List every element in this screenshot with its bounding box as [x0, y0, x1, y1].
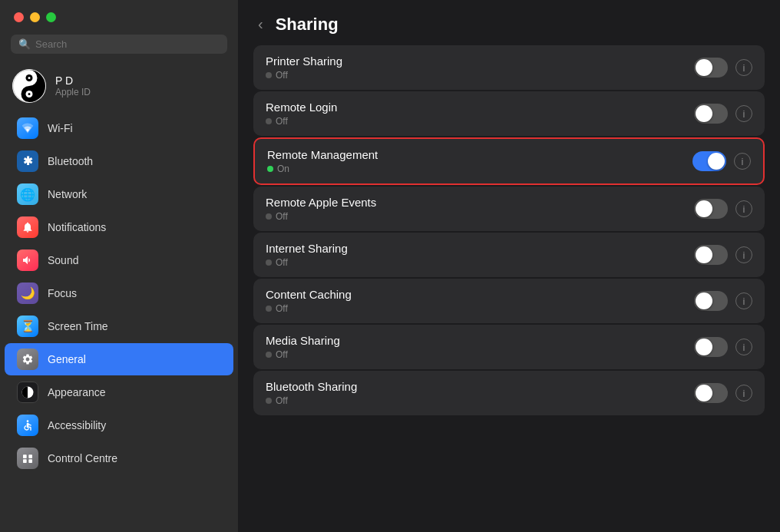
setting-status: On: [267, 164, 378, 174]
setting-label-content-caching: Content Caching Off: [266, 288, 352, 314]
setting-status: Off: [266, 257, 348, 268]
user-name: P D: [55, 74, 91, 87]
status-dot: [266, 213, 272, 220]
sidebar-item-sound[interactable]: Sound: [5, 244, 233, 276]
sidebar-item-screentime[interactable]: ⏳ Screen Time: [5, 310, 233, 342]
remote-management-toggle[interactable]: [692, 151, 726, 171]
user-profile[interactable]: P D Apple ID: [0, 63, 238, 112]
sidebar: 🔍 P D Apple ID Wi-Fi: [0, 0, 238, 532]
setting-row-remote-management: Remote Management On i: [253, 137, 765, 185]
search-icon: 🔍: [18, 38, 31, 50]
sidebar-item-controlcentre[interactable]: Control Centre: [5, 442, 233, 474]
status-dot-on: [267, 166, 273, 172]
settings-list: Printer Sharing Off i Remote Login Off: [238, 45, 780, 532]
setting-row-content-caching: Content Caching Off i: [253, 279, 765, 323]
back-button[interactable]: ‹: [253, 14, 268, 35]
remote-management-info-button[interactable]: i: [734, 153, 751, 170]
setting-status: Off: [266, 70, 342, 81]
setting-row-remote-apple-events: Remote Apple Events Off i: [253, 187, 765, 231]
remote-login-info-button[interactable]: i: [735, 105, 752, 122]
sidebar-item-bluetooth[interactable]: ✱ Bluetooth: [5, 145, 233, 177]
network-icon: 🌐: [17, 183, 38, 205]
content-caching-toggle[interactable]: [694, 291, 728, 311]
accessibility-icon: [17, 415, 38, 436]
svg-point-3: [28, 77, 31, 79]
sidebar-item-label-wifi: Wi-Fi: [48, 122, 73, 134]
media-sharing-toggle[interactable]: [694, 337, 728, 357]
sidebar-item-label-screentime: Screen Time: [48, 320, 108, 332]
printer-sharing-info-button[interactable]: i: [735, 59, 752, 76]
sidebar-item-label-appearance: Appearance: [48, 386, 106, 398]
setting-name: Printer Sharing: [266, 55, 342, 68]
sidebar-item-label-notifications: Notifications: [48, 221, 106, 233]
printer-sharing-toggle[interactable]: [694, 58, 728, 78]
status-dot: [266, 398, 272, 404]
setting-status: Off: [266, 211, 376, 222]
setting-label-remote-apple-events: Remote Apple Events Off: [266, 196, 376, 222]
general-icon: [17, 349, 38, 370]
setting-controls: i: [694, 291, 752, 311]
minimize-button[interactable]: [30, 12, 40, 22]
search-bar[interactable]: 🔍: [11, 35, 227, 54]
sidebar-item-label-sound: Sound: [48, 254, 78, 266]
setting-name: Bluetooth Sharing: [266, 380, 357, 393]
setting-status: Off: [266, 303, 352, 314]
svg-rect-7: [23, 454, 27, 458]
sidebar-item-general[interactable]: General: [5, 343, 233, 375]
remote-login-toggle[interactable]: [694, 104, 728, 124]
sound-icon: [17, 249, 38, 271]
sidebar-item-label-bluetooth: Bluetooth: [48, 155, 93, 167]
setting-status: Off: [266, 349, 340, 360]
status-dot: [266, 118, 272, 124]
main-content: ‹ Sharing Printer Sharing Off i Remote L…: [238, 0, 780, 532]
status-dot: [266, 259, 272, 266]
user-sub: Apple ID: [55, 87, 91, 97]
setting-label-bluetooth-sharing: Bluetooth Sharing Off: [266, 380, 357, 406]
content-caching-info-button[interactable]: i: [735, 292, 752, 309]
media-sharing-info-button[interactable]: i: [735, 339, 752, 355]
setting-name: Content Caching: [266, 288, 352, 301]
svg-point-6: [27, 420, 29, 422]
remote-apple-events-toggle[interactable]: [694, 199, 728, 219]
sidebar-item-appearance[interactable]: Appearance: [5, 376, 233, 408]
bluetooth-sharing-info-button[interactable]: i: [735, 385, 752, 401]
setting-name: Remote Login: [266, 101, 337, 114]
controlcentre-icon: [17, 448, 38, 469]
main-header: ‹ Sharing: [238, 0, 780, 45]
maximize-button[interactable]: [46, 12, 56, 22]
wifi-icon: [17, 117, 38, 139]
svg-rect-8: [28, 454, 32, 458]
status-dot: [266, 306, 272, 312]
sidebar-item-network[interactable]: 🌐 Network: [5, 178, 233, 210]
sidebar-item-wifi[interactable]: Wi-Fi: [5, 112, 233, 144]
setting-row-printer-sharing: Printer Sharing Off i: [253, 45, 765, 90]
internet-sharing-toggle[interactable]: [694, 245, 728, 265]
search-input[interactable]: [35, 38, 220, 50]
setting-controls: i: [694, 199, 752, 219]
sidebar-item-notifications[interactable]: Notifications: [5, 211, 233, 243]
sidebar-item-accessibility[interactable]: Accessibility: [5, 409, 233, 441]
setting-label-remote-login: Remote Login Off: [266, 101, 337, 127]
sidebar-item-label-general: General: [48, 353, 86, 365]
setting-label-media-sharing: Media Sharing Off: [266, 334, 340, 360]
setting-controls: i: [694, 104, 752, 124]
close-button[interactable]: [14, 12, 24, 22]
setting-status: Off: [266, 395, 357, 406]
setting-label-internet-sharing: Internet Sharing Off: [266, 242, 348, 268]
setting-controls: i: [694, 58, 752, 78]
setting-row-media-sharing: Media Sharing Off i: [253, 325, 765, 369]
setting-name: Remote Management: [267, 148, 378, 161]
internet-sharing-info-button[interactable]: i: [735, 246, 752, 263]
sidebar-item-label-accessibility: Accessibility: [48, 419, 106, 431]
screentime-icon: ⏳: [17, 316, 38, 337]
setting-status: Off: [266, 116, 337, 127]
status-dot: [266, 352, 272, 358]
focus-icon: 🌙: [17, 283, 38, 304]
svg-rect-9: [23, 459, 27, 463]
setting-row-bluetooth-sharing: Bluetooth Sharing Off i: [253, 371, 765, 415]
remote-apple-events-info-button[interactable]: i: [735, 200, 752, 217]
sidebar-scroll: Wi-Fi ✱ Bluetooth 🌐 Network Notification…: [0, 112, 238, 532]
avatar: [12, 69, 46, 103]
sidebar-item-focus[interactable]: 🌙 Focus: [5, 277, 233, 309]
bluetooth-sharing-toggle[interactable]: [694, 383, 728, 403]
